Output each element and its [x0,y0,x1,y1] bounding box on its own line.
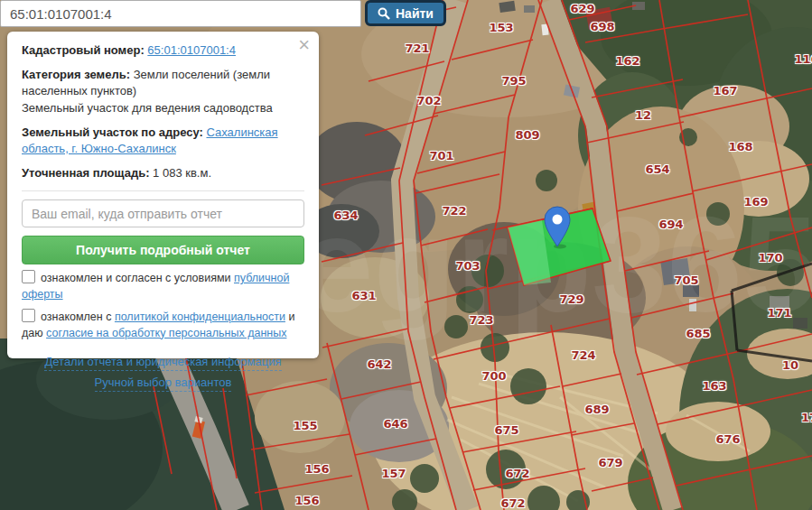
search-icon [378,7,390,20]
offer-checkbox[interactable] [22,270,35,283]
offer-consent-row: ознакомлен и согласен с условиями публич… [22,270,304,302]
cadastral-number-link[interactable]: 65:01:0107001:4 [147,43,236,57]
report-details-link[interactable]: Детали отчета и юридическая информация [44,354,281,371]
cadastral-map-app: { "search": { "value": "65:01:0107001:4"… [0,0,812,510]
address-label: Земельный участок по адресу: [22,125,203,139]
personal-data-link[interactable]: согласие на обработку персональных данны… [46,327,286,339]
cadastral-number-row: Кадастровый номер: 65:01:0107001:4 [22,42,304,59]
search-input[interactable] [0,0,361,27]
divider [22,190,304,191]
area-row: Уточненная площадь: 1 083 кв.м. [22,165,304,181]
privacy-policy-link[interactable]: политикой конфиденциальности [115,311,285,323]
area-value: 1 083 кв.м. [153,166,211,180]
area-label: Уточненная площадь: [22,166,149,180]
manual-select-link[interactable]: Ручной выбор вариантов [95,375,232,392]
close-icon[interactable]: × [298,35,310,55]
search-button-label: Найти [396,6,434,21]
parcel-info-panel: × Кадастровый номер: 65:01:0107001:4 Кат… [7,32,319,358]
privacy-consent-text: ознакомлен с [41,311,115,323]
privacy-consent-row: ознакомлен с политикой конфиденциальност… [22,309,304,341]
privacy-checkbox[interactable] [22,309,35,322]
land-category-row: Категория земель: Земли поселений (земли… [22,67,304,116]
offer-consent-text: ознакомлен и согласен с условиями [41,272,234,284]
search-button[interactable]: Найти [365,0,446,26]
email-input[interactable] [22,199,304,227]
land-use-note: Земельный участок для ведения садоводств… [22,100,304,116]
address-row: Земельный участок по адресу: Сахалинская… [22,125,304,157]
panel-footer-links: Детали отчета и юридическая информация Р… [22,352,304,394]
land-category-label: Категория земель: [22,68,130,81]
cadastral-number-label: Кадастровый номер: [22,43,145,57]
get-report-button[interactable]: Получить подробный отчет [22,236,304,264]
